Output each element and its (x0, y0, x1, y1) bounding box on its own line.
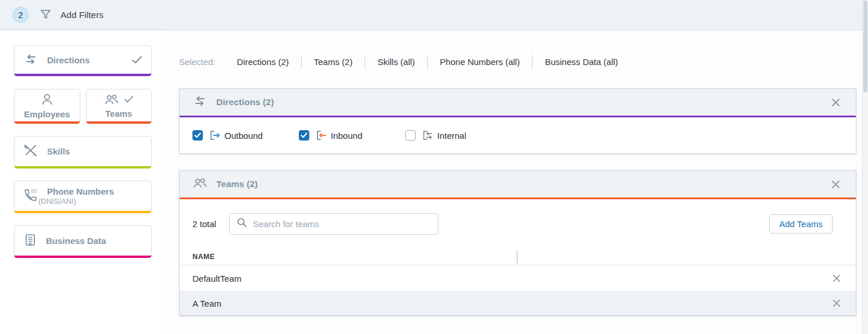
teams-panel-close-icon[interactable] (828, 177, 843, 192)
direction-option-label: Internal (437, 131, 466, 141)
directions-panel-header: Directions (2) (180, 89, 856, 117)
filter-funnel-icon[interactable] (39, 8, 52, 21)
phone-icon (23, 188, 38, 204)
sidebar-item-label: Phone Numbers (47, 186, 114, 196)
selected-check-icon (124, 95, 134, 105)
teams-panel-header: Teams (2) (180, 171, 856, 199)
teams-group-icon (104, 93, 119, 107)
directions-panel-title: Directions (2) (216, 97, 274, 107)
summary-item-skills[interactable]: Skills (all) (365, 55, 427, 69)
skills-tools-icon (23, 143, 38, 159)
filters-main-area: Selected: Directions (2) Teams (2) Skill… (166, 30, 868, 334)
name-column-header: NAME (192, 253, 215, 261)
remove-team-icon[interactable] (830, 272, 843, 285)
filter-category-sidebar: Directions Employees (0, 30, 166, 334)
sidebar-item-skills[interactable]: Skills (14, 136, 152, 168)
search-icon (237, 217, 247, 230)
direction-option-outbound[interactable]: Outbound (192, 130, 299, 141)
summary-item-directions[interactable]: Directions (2) (225, 55, 301, 69)
internal-checkbox[interactable] (405, 130, 416, 141)
sidebar-item-business-data[interactable]: Business Data (14, 225, 152, 258)
filters-screen: 2 Add Filters Directions (0, 0, 868, 334)
outbound-arrow-icon (209, 130, 221, 141)
team-row-a-team: A Team (180, 292, 856, 315)
filters-topbar: 2 Add Filters (0, 0, 868, 30)
teams-table-header: NAME (180, 248, 856, 265)
sidebar-item-label: Teams (105, 109, 132, 118)
sidebar-half-row: Employees Teams (14, 89, 152, 124)
inbound-checkbox[interactable] (299, 130, 309, 141)
directions-panel-close-icon[interactable] (828, 95, 843, 110)
teams-panel-title: Teams (2) (216, 179, 258, 189)
add-filters-label[interactable]: Add Filters (60, 10, 103, 20)
column-resize-handle[interactable] (517, 250, 517, 263)
selected-summary-bar: Selected: Directions (2) Teams (2) Skill… (179, 55, 868, 69)
sidebar-item-directions[interactable]: Directions (14, 45, 152, 76)
vertical-scrollbar-track[interactable] (862, 0, 868, 334)
sidebar-item-sublabel: (DNIS/ANI) (38, 197, 114, 206)
direction-option-internal[interactable]: Internal (405, 130, 512, 141)
selected-check-icon (131, 55, 142, 64)
inbound-arrow-icon (316, 130, 327, 141)
sidebar-item-label: Business Data (46, 236, 106, 246)
vertical-scrollbar-thumb[interactable] (863, 1, 867, 92)
direction-option-label: Inbound (331, 131, 362, 141)
directions-swap-icon (23, 53, 38, 67)
directions-swap-icon (192, 95, 208, 109)
team-name: DefaultTeam (192, 274, 241, 283)
sidebar-item-employees[interactable]: Employees (14, 89, 80, 124)
sidebar-item-label: Employees (24, 109, 70, 119)
remove-team-icon[interactable] (830, 297, 843, 310)
summary-item-business-data[interactable]: Business Data (all) (532, 55, 630, 69)
employee-person-icon (40, 92, 54, 108)
team-name: A Team (192, 299, 222, 308)
teams-search-input[interactable] (253, 219, 431, 229)
sidebar-item-teams[interactable]: Teams (86, 89, 152, 124)
team-row-defaultteam: DefaultTeam (180, 265, 856, 292)
internal-arrows-icon (422, 130, 434, 141)
selected-label: Selected: (179, 57, 216, 67)
teams-filter-panel: Teams (2) 2 total Add Teams (179, 170, 856, 316)
direction-option-label: Outbound (224, 131, 263, 141)
teams-search-box[interactable] (229, 213, 438, 235)
direction-option-inbound[interactable]: Inbound (299, 130, 405, 141)
sidebar-item-label: Directions (47, 55, 90, 65)
filter-count-badge: 2 (13, 7, 28, 23)
add-teams-button[interactable]: Add Teams (769, 214, 833, 234)
directions-options-row: Outbound Inbound (180, 117, 856, 153)
teams-group-icon (192, 177, 208, 192)
directions-filter-panel: Directions (2) Outbound (179, 88, 856, 154)
summary-item-teams[interactable]: Teams (2) (301, 55, 365, 69)
building-icon (23, 233, 37, 249)
summary-item-phone-numbers[interactable]: Phone Numbers (all) (427, 55, 533, 69)
teams-total-count: 2 total (192, 219, 216, 229)
sidebar-item-label: Skills (47, 146, 70, 156)
teams-toolbar: 2 total Add Teams (180, 199, 856, 248)
outbound-checkbox[interactable] (192, 130, 203, 141)
sidebar-item-phone-numbers[interactable]: Phone Numbers (DNIS/ANI) (14, 181, 152, 213)
